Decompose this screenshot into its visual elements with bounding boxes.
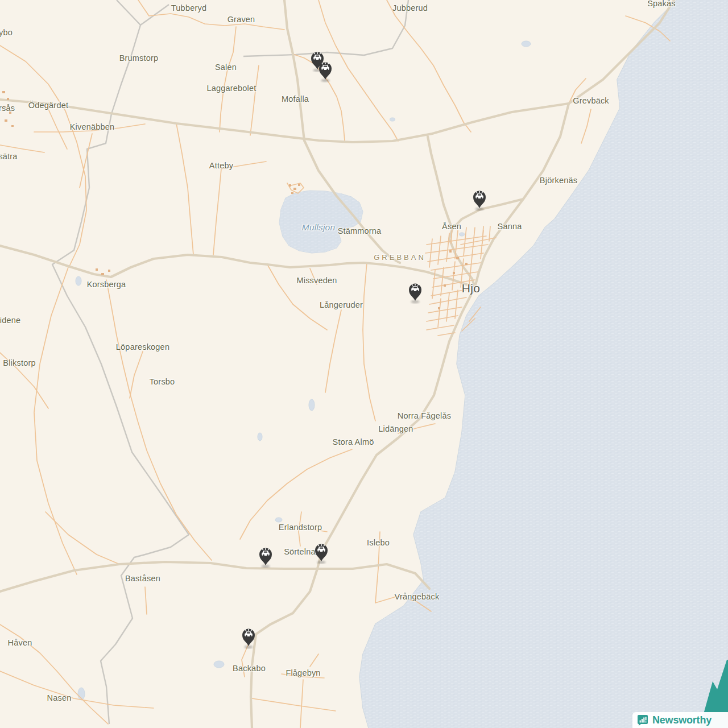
- newsworthy-logo: Newsworthy: [632, 712, 728, 728]
- newsworthy-chart-bubble-icon: [637, 714, 648, 726]
- car-crash-pin-icon-incident-3[interactable]: [470, 187, 489, 211]
- base-map: [0, 0, 728, 728]
- car-crash-pin-icon-incident-4[interactable]: [406, 280, 424, 304]
- car-crash-pin-icon-incident-7[interactable]: [239, 625, 258, 649]
- car-crash-pin-icon-incident-5[interactable]: [257, 544, 275, 568]
- map-viewport[interactable]: TubberydGravenJubberudSpakåsyboBrumstorp…: [0, 0, 728, 728]
- car-crash-pin-icon-incident-6[interactable]: [312, 540, 330, 564]
- newsworthy-brand-text: Newsworthy: [652, 714, 712, 726]
- car-crash-pin-icon-incident-2[interactable]: [316, 59, 334, 82]
